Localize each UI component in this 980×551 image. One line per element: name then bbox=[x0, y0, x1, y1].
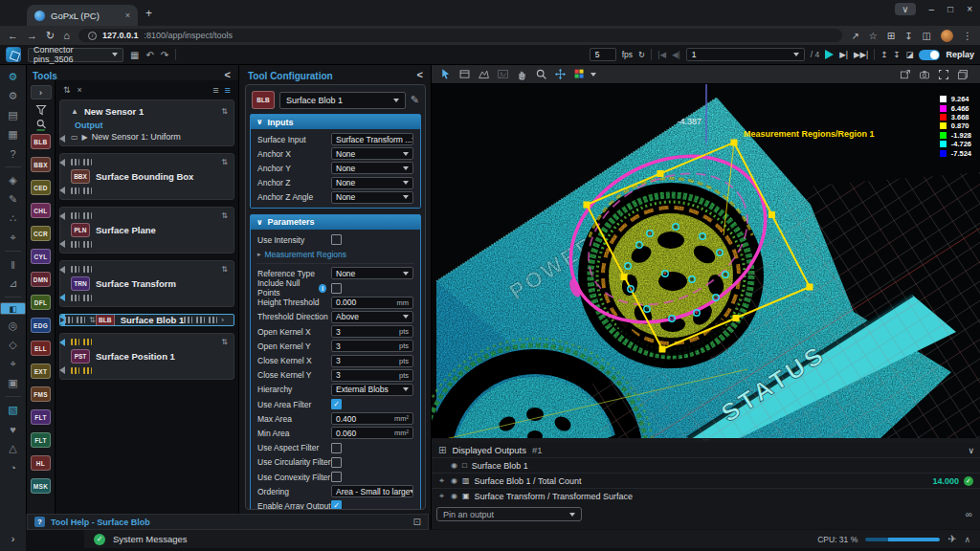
devices-icon[interactable]: ∴ bbox=[4, 210, 22, 227]
eye-icon[interactable]: ◉ bbox=[451, 492, 457, 500]
step-back-icon[interactable]: ◀| bbox=[672, 50, 680, 59]
tree-card-new-sensor-1[interactable]: ▲New Sensor 1⇅Output▭▶New Sensor 1: Unif… bbox=[59, 99, 234, 146]
anchor-z-angle-select[interactable]: None bbox=[331, 191, 413, 204]
health-icon[interactable]: ♥ bbox=[4, 421, 22, 437]
extensions-icon[interactable]: ⊞ bbox=[887, 31, 895, 41]
chevron-down-icon[interactable] bbox=[590, 73, 596, 77]
palette-tool-ccr[interactable]: CCR bbox=[31, 226, 51, 241]
frame-select[interactable]: 1 bbox=[686, 48, 805, 61]
bookmark-star-icon[interactable]: ☆ bbox=[869, 31, 878, 41]
output-row-surface-blob-1[interactable]: ⌖◉□Surface Blob 1 bbox=[432, 457, 980, 473]
close-kernel-x-input[interactable]: 3pts bbox=[331, 355, 413, 367]
tree-card-surface-plane[interactable]: ⇅PLNSurface Plane bbox=[59, 207, 234, 253]
collapse-icon[interactable]: ⇅ bbox=[221, 211, 228, 220]
files-icon[interactable]: ▤ bbox=[4, 107, 22, 123]
replay-files-icon[interactable]: ▦ bbox=[4, 126, 22, 143]
browser-menu-icon[interactable]: ⋮ bbox=[963, 31, 972, 41]
use-intensity-checkbox[interactable] bbox=[331, 234, 342, 245]
step-forward-icon[interactable]: ▶| bbox=[839, 50, 848, 59]
palette-tool-ext[interactable]: EXT bbox=[31, 364, 51, 379]
reference-type-select[interactable]: None bbox=[331, 267, 413, 279]
list-view-icon[interactable]: ≡ bbox=[212, 84, 218, 96]
pin-icon[interactable]: ⌖ bbox=[437, 491, 446, 501]
download-icon[interactable]: ↧ bbox=[893, 50, 900, 59]
pin-output-select[interactable]: Pin an output bbox=[436, 507, 582, 521]
open-kernel-x-input[interactable]: 3pts bbox=[331, 325, 413, 338]
eye-icon[interactable]: ◉ bbox=[451, 476, 457, 485]
viewer-tool-hand-icon[interactable] bbox=[516, 68, 528, 80]
palette-tool-chl[interactable]: CHL bbox=[31, 203, 51, 218]
tab-close-icon[interactable]: × bbox=[125, 11, 130, 20]
back-icon[interactable]: ← bbox=[8, 30, 18, 41]
viewer-camera-icon[interactable] bbox=[919, 69, 930, 80]
pin-icon[interactable]: ⌖ bbox=[437, 475, 446, 486]
viewer-tool-profile-icon[interactable] bbox=[478, 68, 490, 80]
model-icon[interactable]: ⊿ bbox=[4, 276, 22, 292]
expand-icon[interactable]: ⊡ bbox=[413, 517, 421, 527]
tool-help-bar[interactable]: ? Tool Help - Surface Blob ⊡ bbox=[27, 514, 429, 530]
palette-tool-bbx[interactable]: BBX bbox=[31, 157, 51, 172]
output-icon[interactable]: ▧ bbox=[4, 402, 22, 418]
anchor-y-select[interactable]: None bbox=[331, 162, 413, 174]
replay-toggle[interactable] bbox=[919, 50, 940, 60]
tree-card-surface-transform[interactable]: ⇅TRNSurface Transform bbox=[59, 260, 234, 307]
gopxl-logo[interactable] bbox=[6, 47, 21, 62]
eye-icon[interactable]: ◉ bbox=[451, 461, 457, 470]
use-convexity-filter-checkbox[interactable] bbox=[331, 472, 342, 482]
tool-selector[interactable]: Surface Blob 1 bbox=[279, 92, 406, 109]
viewer-tool-palette-icon[interactable] bbox=[573, 68, 586, 80]
hierarchy-select[interactable]: External Blobs bbox=[331, 384, 413, 396]
share-icon[interactable]: ↗ bbox=[851, 31, 858, 41]
output-row-surface-transform-transformed-surface[interactable]: ⌖◉▣Surface Transform / Transformed Surfa… bbox=[432, 488, 980, 503]
link-icon[interactable]: ∞ bbox=[966, 509, 972, 519]
palette-tool-dmn[interactable]: DMN bbox=[31, 272, 51, 287]
browser-tab[interactable]: GoPxL (PC) × bbox=[27, 5, 138, 26]
palette-tool-fms[interactable]: FMS bbox=[31, 386, 51, 402]
alignment-icon[interactable]: ⌖ bbox=[4, 230, 22, 246]
use-aspect-filter-checkbox[interactable] bbox=[331, 443, 342, 453]
save-icon[interactable]: ▦ bbox=[130, 50, 139, 60]
site-info-icon[interactable]: i bbox=[88, 32, 97, 40]
use-area-filter-checkbox[interactable]: ✓ bbox=[331, 399, 342, 409]
section-header-parameters[interactable]: ∨Parameters bbox=[251, 215, 420, 230]
address-bar[interactable]: i 127.0.0.1:8100/app/inspect/tools bbox=[78, 29, 843, 42]
measurement-regions-link[interactable]: ▸Measurement Regions bbox=[257, 250, 413, 259]
threshold-direction-select[interactable]: Above bbox=[331, 311, 413, 323]
split-view-icon[interactable]: ◫ bbox=[923, 31, 931, 41]
settings-icon[interactable]: ⚙ bbox=[4, 88, 22, 104]
skip-start-icon[interactable]: |◀ bbox=[657, 50, 666, 59]
viewer-tool-move-icon[interactable] bbox=[554, 68, 567, 80]
system-icon[interactable]: ⚙ bbox=[4, 69, 22, 85]
project-dropdown[interactable]: Connector pins_3506 bbox=[28, 48, 123, 62]
window-close-icon[interactable]: × bbox=[967, 4, 972, 14]
collapse-icon[interactable]: ⇅ bbox=[221, 107, 228, 116]
palette-tool-ell[interactable]: ELL bbox=[31, 341, 51, 356]
viewer-layers-icon[interactable] bbox=[957, 69, 969, 80]
location-icon[interactable]: ◇ bbox=[4, 337, 22, 353]
detail-view-icon[interactable]: ≡ bbox=[225, 84, 231, 96]
tree-card-surface-bounding-box[interactable]: ⇅BBXSurface Bounding Box bbox=[59, 153, 234, 200]
accelerator-icon[interactable]: ✈ bbox=[947, 533, 956, 545]
downloads-icon[interactable]: ↧ bbox=[904, 31, 912, 41]
viewer-tool-image-icon[interactable] bbox=[497, 68, 509, 80]
palette-tool-blb[interactable]: BLB bbox=[31, 134, 51, 149]
include-null-points-checkbox[interactable] bbox=[331, 283, 342, 294]
home-icon[interactable]: ⌂ bbox=[63, 30, 70, 41]
viewer-fit-icon[interactable] bbox=[938, 69, 949, 80]
filter-icon[interactable] bbox=[35, 104, 47, 116]
record-icon[interactable]: ◎ bbox=[4, 318, 22, 334]
min-area-input[interactable]: 0.060mm² bbox=[331, 427, 413, 439]
scan-icon[interactable]: ‖ bbox=[4, 256, 22, 273]
dashboard-icon[interactable]: ◔ bbox=[4, 459, 22, 475]
palette-tool-hl[interactable]: HL bbox=[31, 455, 51, 471]
viewer-tool-frame-icon[interactable] bbox=[458, 68, 471, 80]
open-kernel-y-input[interactable]: 3pts bbox=[331, 340, 413, 352]
palette-tool-flt[interactable]: FLT bbox=[31, 409, 51, 425]
max-area-input[interactable]: 0.400mm² bbox=[331, 412, 413, 425]
enable-array-output-checkbox[interactable]: ✓ bbox=[331, 500, 342, 510]
pin-tool-icon[interactable]: ⌖ bbox=[4, 356, 22, 372]
close-kernel-y-input[interactable]: 3pts bbox=[331, 369, 413, 382]
redo-icon[interactable]: ↷ bbox=[161, 50, 168, 60]
design-icon[interactable]: ✎ bbox=[4, 191, 22, 208]
collapse-icon[interactable]: ⇅ bbox=[89, 316, 96, 324]
